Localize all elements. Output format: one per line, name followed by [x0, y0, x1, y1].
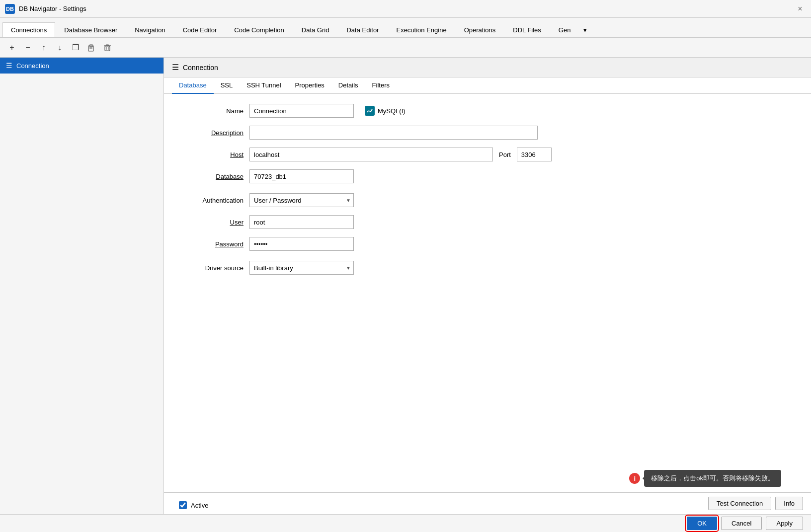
window-title: DB Navigator - Settings — [19, 5, 86, 12]
name-input[interactable] — [249, 104, 354, 118]
paste-button[interactable] — [84, 41, 98, 55]
database-row: Database — [179, 169, 796, 183]
tab-data-grid[interactable]: Data Grid — [293, 22, 338, 37]
tab-data-editor[interactable]: Data Editor — [338, 22, 387, 37]
delete-button[interactable] — [100, 41, 114, 55]
user-input[interactable] — [249, 215, 354, 229]
remove-button[interactable]: − — [21, 41, 35, 55]
info-button[interactable]: Info — [775, 497, 803, 510]
right-panel: ☰ Connection Database SSL SSH Tunnel Pro… — [164, 58, 811, 514]
svg-rect-1 — [89, 45, 93, 47]
sidebar: ☰ Connection — [0, 58, 164, 514]
mysql-button[interactable]: MySQL(I) — [360, 104, 410, 118]
bottom-bar: OK Cancel Apply — [0, 514, 811, 532]
tab-operations[interactable]: Operations — [456, 22, 504, 37]
move-up-button[interactable]: ↑ — [37, 41, 51, 55]
tab-code-completion[interactable]: Code Completion — [226, 22, 292, 37]
driver-source-select-wrapper: Built-in library Custom — [249, 261, 354, 275]
svg-rect-4 — [105, 46, 110, 51]
title-bar: DB DB Navigator - Settings × — [0, 0, 811, 18]
tab-navigation[interactable]: Navigation — [126, 22, 173, 37]
tooltip-container: i 移除之后，点击ok即可。否则将移除失败。 — [629, 470, 781, 487]
active-checkbox[interactable] — [179, 501, 187, 509]
svg-rect-6 — [106, 45, 109, 46]
main-content: ☰ Connection ☰ Connection Database SSL S… — [0, 58, 811, 514]
sidebar-item-connection[interactable]: ☰ Connection — [0, 58, 163, 74]
tab-ddl-files[interactable]: DDL Files — [504, 22, 550, 37]
toolbar: + − ↑ ↓ ❐ — [0, 38, 811, 58]
add-button[interactable]: + — [5, 41, 19, 55]
tooltip-box: 移除之后，点击ok即可。否则将移除失败。 — [644, 470, 781, 487]
inner-tab-ssl[interactable]: SSL — [214, 77, 240, 94]
database-input[interactable] — [249, 169, 354, 183]
auth-select-wrapper: User / Password OS Authentication No Aut… — [249, 193, 354, 207]
description-input[interactable] — [249, 126, 538, 140]
panel-header: ☰ Connection — [164, 58, 811, 77]
mysql-icon — [365, 106, 375, 116]
test-connection-button[interactable]: Test Connection — [708, 497, 771, 510]
move-down-button[interactable]: ↓ — [53, 41, 67, 55]
auth-select[interactable]: User / Password OS Authentication No Aut… — [249, 193, 354, 207]
name-label: Name — [179, 107, 243, 115]
inner-tab-properties[interactable]: Properties — [288, 77, 331, 94]
tab-more-button[interactable]: ▾ — [579, 23, 591, 37]
tab-connections[interactable]: Connections — [2, 22, 55, 38]
tab-bar: Connections Database Browser Navigation … — [0, 18, 811, 38]
description-row: Description — [179, 126, 796, 140]
app-icon: DB — [5, 4, 15, 14]
ok-button[interactable]: OK — [687, 517, 717, 530]
user-label: User — [179, 219, 243, 226]
panel-header-title: Connection — [183, 64, 218, 72]
inner-tab-bar: Database SSL SSH Tunnel Properties Detai… — [164, 77, 811, 94]
database-label: Database — [179, 173, 243, 180]
inner-tab-filters[interactable]: Filters — [365, 77, 397, 94]
auth-row: Authentication User / Password OS Authen… — [179, 193, 796, 207]
active-row: Active — [179, 501, 208, 509]
inner-tab-ssh-tunnel[interactable]: SSH Tunnel — [240, 77, 288, 94]
host-input[interactable] — [249, 148, 493, 161]
auth-label: Authentication — [179, 197, 243, 204]
close-button[interactable]: × — [794, 3, 806, 15]
tab-database-browser[interactable]: Database Browser — [56, 22, 126, 37]
host-row: Host Port — [179, 148, 796, 161]
sidebar-item-label: Connection — [16, 62, 49, 70]
apply-button[interactable]: Apply — [766, 517, 803, 530]
copy-button[interactable]: ❐ — [69, 41, 82, 55]
inner-tab-details[interactable]: Details — [331, 77, 365, 94]
cancel-button[interactable]: Cancel — [721, 517, 762, 530]
password-input[interactable] — [249, 237, 354, 251]
description-label: Description — [179, 129, 243, 137]
panel-footer: Active i 移除之后，点击ok即可。否则将移除失败。 Test Conne… — [164, 492, 811, 514]
title-bar-left: DB DB Navigator - Settings — [5, 4, 86, 14]
password-label: Password — [179, 240, 243, 248]
user-row: User — [179, 215, 796, 229]
tooltip-message: 移除之后，点击ok即可。否则将移除失败。 — [651, 474, 774, 482]
port-label: Port — [499, 151, 511, 158]
password-row: Password — [179, 237, 796, 251]
driver-source-label: Driver source — [179, 264, 243, 272]
inner-tab-database[interactable]: Database — [172, 77, 214, 94]
panel-header-icon: ☰ — [172, 63, 179, 72]
host-label: Host — [179, 151, 243, 158]
tab-execution-engine[interactable]: Execution Engine — [388, 22, 455, 37]
active-label: Active — [191, 502, 208, 509]
tab-code-editor[interactable]: Code Editor — [174, 22, 226, 37]
driver-source-row: Driver source Built-in library Custom — [179, 261, 796, 275]
mysql-label: MySQL(I) — [378, 107, 406, 115]
tooltip-badge: i — [629, 473, 640, 484]
tab-gen[interactable]: Gen — [550, 22, 579, 37]
port-input[interactable] — [517, 148, 552, 161]
form-area: Name MySQL(I) Description — [164, 94, 811, 492]
driver-source-select[interactable]: Built-in library Custom — [249, 261, 354, 275]
name-row: Name MySQL(I) — [179, 104, 796, 118]
connection-icon: ☰ — [6, 62, 12, 70]
